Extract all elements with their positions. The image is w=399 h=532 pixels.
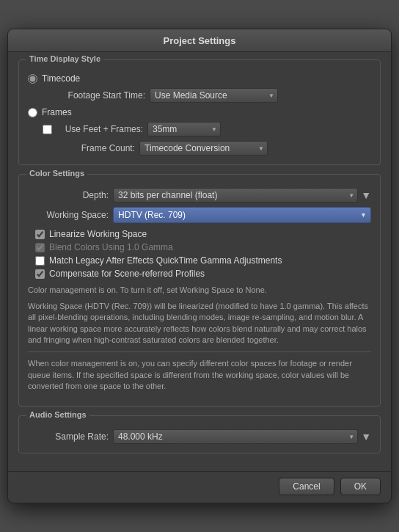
- time-display-label: Time Display Style: [26, 54, 103, 63]
- depth-select-wrapper: 32 bits per channel (float): [113, 188, 358, 203]
- color-settings-section: Color Settings Depth: 32 bits per channe…: [18, 174, 381, 406]
- blend-row: Blend Colors Using 1.0 Gamma: [28, 242, 371, 252]
- frames-radio[interactable]: [28, 108, 37, 117]
- sample-rate-row: Sample Rate: 48.000 kHz ▼: [28, 429, 371, 444]
- depth-label: Depth:: [28, 190, 109, 200]
- use-feet-row: Use Feet + Frames: 35mm: [28, 122, 371, 136]
- audio-settings-section: Audio Settings Sample Rate: 48.000 kHz ▼: [18, 415, 381, 453]
- frame-count-row: Frame Count: Timecode Conversion: [43, 141, 371, 156]
- footage-start-select-wrapper: Use Media Source: [150, 88, 278, 103]
- time-display-content: Timecode Footage Start Time: Use Media S…: [28, 70, 371, 156]
- frames-row: Frames: [28, 107, 371, 117]
- color-settings-content: Depth: 32 bits per channel (float) ▼ Wor…: [28, 185, 371, 392]
- frames-label: Frames: [42, 107, 72, 117]
- compensate-checkbox[interactable]: [35, 269, 45, 279]
- frame-count-select[interactable]: Timecode Conversion: [139, 141, 268, 156]
- depth-select[interactable]: 32 bits per channel (float): [113, 188, 358, 203]
- dialog-footer: Cancel OK: [8, 471, 391, 503]
- blend-checkbox[interactable]: [35, 243, 45, 252]
- footage-start-label: Footage Start Time:: [43, 90, 145, 101]
- working-space-select-wrapper: HDTV (Rec. 709) ▼: [113, 207, 371, 223]
- depth-dropdown-icon: ▼: [361, 189, 371, 201]
- linearize-row: Linearize Working Space: [28, 229, 371, 239]
- match-legacy-label: Match Legacy After Effects QuickTime Gam…: [49, 255, 282, 266]
- linearize-label: Linearize Working Space: [49, 229, 147, 239]
- footage-start-select[interactable]: Use Media Source: [150, 88, 278, 103]
- sample-rate-dropdown-icon: ▼: [361, 431, 371, 442]
- compensate-row: Compensate for Scene-referred Profiles: [28, 269, 371, 279]
- sample-rate-select-wrapper: 48.000 kHz: [113, 429, 358, 444]
- use-feet-select-wrapper: 35mm: [147, 122, 221, 136]
- dialog-content: Time Display Style Timecode Footage Star…: [8, 52, 391, 470]
- info-text-3: When color management is on, you can spe…: [28, 358, 371, 392]
- audio-settings-label: Audio Settings: [26, 410, 89, 419]
- footage-start-row: Footage Start Time: Use Media Source: [28, 88, 371, 103]
- use-feet-label: Use Feet + Frames:: [55, 124, 143, 134]
- time-display-section: Time Display Style Timecode Footage Star…: [18, 59, 381, 165]
- color-divider: [28, 351, 371, 352]
- cancel-button[interactable]: Cancel: [279, 478, 334, 495]
- sample-rate-select[interactable]: 48.000 kHz: [113, 429, 358, 444]
- use-feet-checkbox[interactable]: [43, 125, 52, 134]
- linearize-checkbox[interactable]: [35, 230, 45, 239]
- blend-label: Blend Colors Using 1.0 Gamma: [49, 242, 173, 252]
- working-space-row: Working Space: HDTV (Rec. 709) ▼: [28, 207, 371, 223]
- use-feet-select[interactable]: 35mm: [147, 122, 221, 136]
- audio-settings-content: Sample Rate: 48.000 kHz ▼: [28, 426, 371, 444]
- dialog-title: Project Settings: [8, 29, 391, 52]
- info-text-1: Color management is on. To turn it off, …: [28, 285, 371, 296]
- ok-button[interactable]: OK: [340, 478, 381, 495]
- color-settings-label: Color Settings: [26, 169, 87, 178]
- match-legacy-checkbox[interactable]: [35, 256, 45, 266]
- frame-count-label: Frame Count:: [57, 143, 135, 153]
- timecode-row: Timecode: [28, 73, 371, 84]
- working-space-select[interactable]: HDTV (Rec. 709): [113, 207, 371, 223]
- timecode-label: Timecode: [42, 73, 80, 84]
- match-legacy-row: Match Legacy After Effects QuickTime Gam…: [28, 255, 371, 266]
- frame-count-select-wrapper: Timecode Conversion: [139, 141, 268, 156]
- project-settings-dialog: Project Settings Time Display Style Time…: [7, 29, 392, 503]
- depth-row: Depth: 32 bits per channel (float) ▼: [28, 188, 371, 203]
- sample-rate-label: Sample Rate:: [28, 431, 109, 442]
- working-space-label: Working Space:: [28, 210, 109, 220]
- timecode-radio[interactable]: [28, 74, 37, 84]
- title-text: Project Settings: [164, 35, 236, 46]
- compensate-label: Compensate for Scene-referred Profiles: [49, 269, 205, 279]
- info-text-2: Working Space (HDTV (Rec. 709)) will be …: [28, 301, 371, 346]
